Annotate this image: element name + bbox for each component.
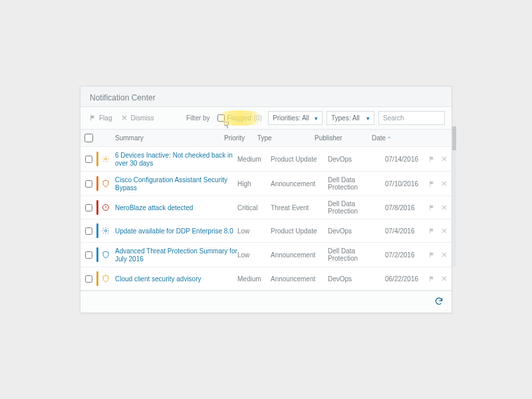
flagged-count: (0) <box>254 114 262 122</box>
row-summary-link[interactable]: Advanced Threat Protection Summary for J… <box>115 247 237 263</box>
row-dismiss-button[interactable] <box>438 204 450 211</box>
row-priority: Low <box>237 251 271 259</box>
severity-bar <box>96 223 98 238</box>
panel-title: Notification Center <box>80 86 452 107</box>
row-priority: Medium <box>237 275 271 283</box>
row-flag-button[interactable] <box>426 227 438 234</box>
severity-bar <box>96 271 98 286</box>
select-all-checkbox[interactable] <box>84 134 93 142</box>
row-type-icon <box>99 251 112 259</box>
dismiss-button-label: Dismiss <box>130 114 154 122</box>
scrollbar[interactable] <box>452 126 456 266</box>
row-summary-link[interactable]: Update available for DDP Enterprise 8.0 <box>115 227 233 235</box>
types-select[interactable]: Types: All ▾ <box>327 111 374 125</box>
row-priority: Low <box>237 227 271 235</box>
row-dismiss-button[interactable] <box>438 180 450 187</box>
flag-icon <box>90 114 96 122</box>
row-summary-link[interactable]: 6 Devices Inactive: Not checked back in … <box>115 152 233 167</box>
row-publisher: DevOps <box>328 227 385 235</box>
table-row: Cisco Configuration Assistant Security B… <box>80 172 452 196</box>
row-type: Announcement <box>271 180 328 188</box>
flagged-filter-checkbox[interactable]: Flagged (0) ☟ <box>215 113 264 123</box>
col-summary[interactable]: Summary <box>99 134 224 142</box>
row-checkbox[interactable] <box>85 156 92 163</box>
search-placeholder: Search <box>383 114 404 122</box>
col-priority[interactable]: Priority <box>224 134 257 142</box>
table-body: 6 Devices Inactive: Not checked back in … <box>80 147 452 291</box>
row-type: Product Update <box>271 227 328 235</box>
severity-bar <box>96 152 98 166</box>
row-dismiss-button[interactable] <box>438 275 450 282</box>
table-row: Advanced Threat Protection Summary for J… <box>80 243 452 267</box>
row-flag-button[interactable] <box>426 180 438 187</box>
flagged-checkbox-label: Flagged <box>227 114 251 122</box>
row-priority: Medium <box>237 156 271 163</box>
priorities-select-value: Priorities: All <box>273 114 309 122</box>
row-checkbox[interactable] <box>85 227 92 235</box>
priorities-select[interactable]: Priorities: All ▾ <box>268 111 323 125</box>
row-date: 07/4/2016 <box>385 227 426 235</box>
close-icon <box>121 114 128 122</box>
row-checkbox[interactable] <box>85 251 92 259</box>
row-type-icon <box>99 203 112 211</box>
row-type-icon <box>99 275 112 283</box>
severity-bar <box>96 200 98 215</box>
chevron-down-icon: ▾ <box>315 115 318 122</box>
dismiss-button[interactable]: Dismiss <box>118 113 156 124</box>
flag-button[interactable]: Flag <box>87 113 114 124</box>
svg-point-2 <box>104 229 106 231</box>
row-publisher: Dell Data Protection <box>328 200 385 215</box>
row-date: 07/8/2016 <box>385 204 426 211</box>
row-priority: High <box>237 180 271 188</box>
row-flag-button[interactable] <box>426 204 438 211</box>
table-row: Cloud client security advisoryMediumAnno… <box>80 267 452 291</box>
severity-bar <box>96 176 98 191</box>
row-date: 06/22/2016 <box>385 275 426 283</box>
toolbar: Flag Dismiss Filter by Flagged (0) ☟ Pri… <box>80 107 452 130</box>
row-checkbox[interactable] <box>85 180 92 188</box>
table-row: Update available for DDP Enterprise 8.0L… <box>80 219 452 243</box>
flagged-checkbox-input[interactable] <box>217 114 225 122</box>
col-type[interactable]: Type <box>257 134 315 142</box>
row-dismiss-button[interactable] <box>438 227 450 234</box>
notification-center-panel: Notification Center Flag Dismiss Filter … <box>80 86 452 313</box>
row-flag-button[interactable] <box>426 156 438 162</box>
row-summary-link[interactable]: Cloud client security advisory <box>115 275 201 283</box>
chevron-down-icon: ▾ <box>366 115 370 122</box>
row-type: Threat Event <box>271 204 328 211</box>
table-row: NeroBlaze attack detectedCriticalThreat … <box>80 196 452 219</box>
row-flag-button[interactable] <box>426 251 438 258</box>
row-summary-link[interactable]: NeroBlaze attack detected <box>115 204 193 211</box>
refresh-button[interactable] <box>434 297 444 307</box>
svg-point-0 <box>104 158 106 160</box>
sort-asc-icon: ^ <box>388 135 390 141</box>
row-publisher: DevOps <box>328 156 385 163</box>
panel-footer <box>80 291 452 313</box>
search-input[interactable]: Search <box>378 111 445 125</box>
row-date: 07/2/2016 <box>385 251 426 259</box>
row-summary-link[interactable]: Cisco Configuration Assistant Security B… <box>115 176 227 192</box>
row-type-icon <box>99 155 112 163</box>
row-priority: Critical <box>237 204 271 211</box>
row-dismiss-button[interactable] <box>438 251 450 258</box>
row-flag-button[interactable] <box>426 275 438 282</box>
row-checkbox[interactable] <box>85 204 92 211</box>
row-publisher: Dell Data Protection <box>328 247 385 262</box>
col-publisher[interactable]: Publisher <box>315 134 372 142</box>
row-dismiss-button[interactable] <box>438 156 450 162</box>
row-type: Product Update <box>271 156 328 163</box>
row-publisher: DevOps <box>328 275 385 283</box>
row-type-icon <box>99 180 112 188</box>
row-type: Announcement <box>271 275 328 283</box>
row-date: 07/10/2016 <box>385 180 426 188</box>
col-date[interactable]: Date^ <box>372 134 413 142</box>
row-date: 07/14/2016 <box>385 156 426 163</box>
types-select-value: Types: All <box>331 114 360 122</box>
row-publisher: Dell Data Protection <box>328 176 385 191</box>
table-header: Summary Priority Type Publisher Date^ <box>80 130 452 147</box>
row-type-icon <box>99 227 112 235</box>
scrollbar-thumb[interactable] <box>452 126 456 150</box>
row-checkbox[interactable] <box>85 275 92 283</box>
flag-button-label: Flag <box>99 114 112 122</box>
severity-bar <box>96 247 98 262</box>
